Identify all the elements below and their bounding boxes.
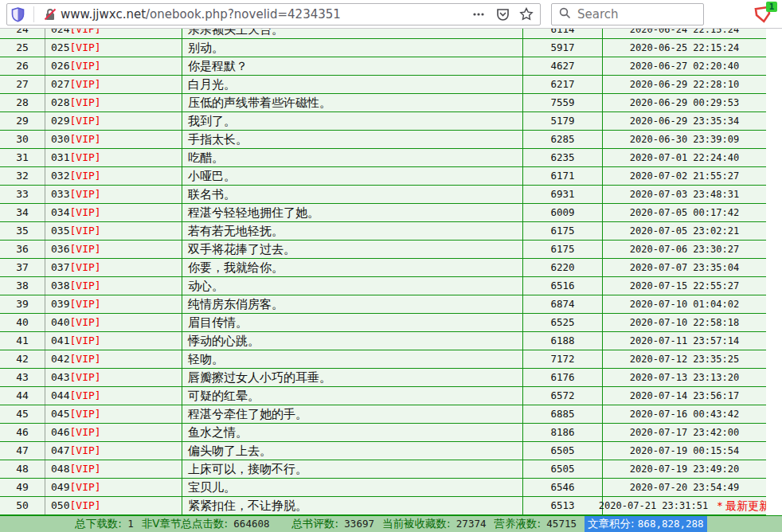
update-time: 2020-07-05 00:17:42＊最新更新 [603, 204, 766, 221]
table-row: 42 042[VIP] 轻吻。 7172 2020-07-12 23:35:25… [0, 350, 766, 369]
vip-tag: [VIP] [69, 499, 100, 511]
search-input[interactable]: Search [551, 3, 704, 25]
search-icon [559, 7, 571, 22]
chapter-index: 43 [0, 369, 45, 386]
chapter-title-link[interactable]: 亲亲额头上天台。 [182, 29, 523, 38]
chapter-number: 028[VIP] [45, 94, 182, 111]
urlbar-divider [33, 6, 34, 22]
chapter-index: 37 [0, 259, 45, 276]
chapter-title-link[interactable]: 紧紧扣住，不让挣脱。 [182, 497, 523, 514]
chapter-title-link[interactable]: 鱼水之情。 [182, 424, 523, 441]
update-time: 2020-07-12 23:35:25＊最新更新 [603, 350, 766, 368]
chapter-title-link[interactable]: 别动。 [182, 39, 523, 57]
word-count: 4627 [523, 57, 603, 75]
chapter-index: 24 [0, 29, 45, 38]
pocket-icon[interactable] [492, 4, 513, 25]
chapter-title-link[interactable]: 吃醋。 [182, 149, 523, 166]
chapter-title-link[interactable]: 我到了。 [182, 112, 523, 130]
chapter-title-link[interactable]: 你是程默？ [182, 57, 523, 75]
chapter-title-link[interactable]: 上床可以，接吻不行。 [182, 460, 523, 478]
chapter-title-link[interactable]: 程湛兮牵住了她的手。 [182, 405, 523, 423]
search-placeholder: Search [577, 7, 619, 22]
vip-tag: [VIP] [69, 243, 100, 255]
table-row: 41 041[VIP] 悸动的心跳。 6188 2020-07-11 23:57… [0, 332, 766, 350]
chapter-title-link[interactable]: 纯情房东俏房客。 [182, 295, 523, 313]
word-count: 6516 [523, 277, 603, 295]
chapter-number: 040[VIP] [45, 314, 182, 331]
chapter-title-link[interactable]: 轻吻。 [182, 350, 523, 368]
bookmark-star-icon[interactable] [516, 4, 537, 25]
url-bar[interactable]: www.jjwxc.net/onebook.php?novelid=423435… [6, 3, 541, 25]
chapter-index: 36 [0, 241, 45, 258]
chapter-title-link[interactable]: 压低的声线带着些许磁性。 [182, 94, 523, 111]
chapter-index: 33 [0, 186, 45, 203]
vip-tag: [VIP] [69, 29, 100, 35]
stat-item: 非V章节总点击数: 664608 [142, 517, 270, 531]
vip-tag: [VIP] [69, 206, 100, 218]
chapter-title-link[interactable]: 若有若无地轻抚。 [182, 222, 523, 240]
table-row: 26 026[VIP] 你是程默？ 4627 2020-06-27 02:20:… [0, 57, 766, 76]
chapter-title-link[interactable]: 程湛兮轻轻地拥住了她。 [182, 204, 523, 221]
chapter-title-link[interactable]: 你要，我就给你。 [182, 259, 523, 276]
table-row: 38 038[VIP] 动心。 6516 2020-07-15 22:55:27… [0, 277, 766, 295]
chapter-number: 038[VIP] [45, 277, 182, 295]
url-text[interactable]: www.jjwxc.net/onebook.php?novelid=423435… [61, 7, 341, 22]
update-time: 2020-07-21 23:31:51＊最新更新 [603, 497, 766, 514]
chapter-number: 048[VIP] [45, 460, 182, 478]
chapter-index: 42 [0, 350, 45, 368]
chapter-number: 034[VIP] [45, 204, 182, 221]
vip-tag: [VIP] [69, 371, 100, 383]
browser-toolbar: www.jjwxc.net/onebook.php?novelid=423435… [0, 0, 782, 29]
update-time: 2020-06-29 00:29:53＊最新更新 [603, 94, 766, 111]
update-time: 2020-06-29 22:28:10＊最新更新 [603, 76, 766, 93]
chapter-title-link[interactable]: 联名书。 [182, 186, 523, 203]
chapter-title-link[interactable]: 悸动的心跳。 [182, 332, 523, 350]
tracking-protection-shield-icon[interactable] [7, 4, 28, 25]
chapter-title-link[interactable]: 手指太长。 [182, 131, 523, 148]
table-row: 27 027[VIP] 白月光。 6217 2020-06-29 22:28:1… [0, 76, 766, 94]
chapter-title-link[interactable]: 可疑的红晕。 [182, 387, 523, 405]
chapter-index: 29 [0, 112, 45, 130]
word-count: 6009 [523, 204, 603, 221]
chapter-title-link[interactable]: 偏头吻了上去。 [182, 442, 523, 460]
chapter-title-link[interactable]: 眉目传情。 [182, 314, 523, 331]
vip-tag: [VIP] [69, 60, 100, 72]
article-score-label: 文章积分: [588, 517, 635, 530]
vip-tag: [VIP] [69, 115, 100, 127]
adblock-badge: 1 [766, 2, 777, 12]
chapter-index: 41 [0, 332, 45, 350]
word-count: 6235 [523, 149, 603, 166]
chapter-index: 45 [0, 405, 45, 423]
chapter-number: 042[VIP] [45, 350, 182, 368]
chapter-title-link[interactable]: 双手将花捧了过去。 [182, 241, 523, 258]
chapter-number: 044[VIP] [45, 387, 182, 405]
chapter-index: 47 [0, 442, 45, 460]
stat-item: 营养液数: 45715 [494, 517, 577, 531]
update-time: 2020-07-20 23:54:49＊最新更新 [603, 479, 766, 496]
chapter-title-link[interactable]: 唇瓣擦过女人小巧的耳垂。 [182, 369, 523, 386]
chapter-number: 036[VIP] [45, 241, 182, 258]
vip-tag: [VIP] [69, 481, 100, 493]
url-path: /onebook.php?novelid=4234351 [146, 7, 341, 22]
vip-tag: [VIP] [69, 96, 100, 108]
update-time: 2020-07-05 23:02:21＊最新更新 [603, 222, 766, 240]
chapter-title-link[interactable]: 白月光。 [182, 76, 523, 93]
update-time: 2020-07-17 23:42:00＊最新更新 [603, 424, 766, 441]
chapter-index: 48 [0, 460, 45, 478]
table-row: 43 043[VIP] 唇瓣擦过女人小巧的耳垂。 6176 2020-07-13… [0, 369, 766, 387]
update-time: 2020-07-03 23:48:31＊最新更新 [603, 186, 766, 203]
word-count: 6175 [523, 241, 603, 258]
stat-item: 总书评数: 33697 [291, 517, 374, 531]
vip-tag: [VIP] [69, 298, 100, 310]
adblock-icon[interactable]: 1 [753, 5, 774, 24]
chapter-title-link[interactable]: 宝贝儿。 [182, 479, 523, 496]
chapter-index: 38 [0, 277, 45, 295]
chapter-title-link[interactable]: 小哑巴。 [182, 167, 523, 185]
page-actions-icon[interactable] [468, 4, 489, 25]
word-count: 6114 [523, 29, 603, 38]
chapter-number: 025[VIP] [45, 39, 182, 57]
connection-insecure-icon[interactable] [40, 4, 61, 25]
vip-tag: [VIP] [69, 225, 100, 237]
chapter-title-link[interactable]: 动心。 [182, 277, 523, 295]
word-count: 6513 [523, 497, 603, 514]
